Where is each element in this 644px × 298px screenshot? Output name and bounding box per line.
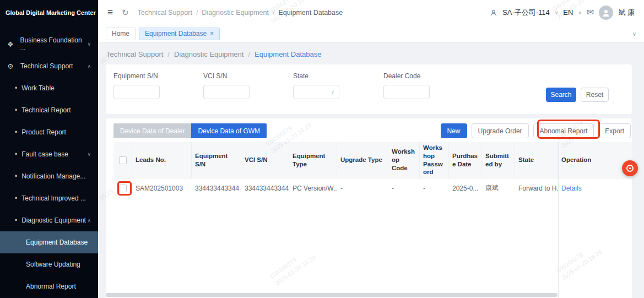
chevron-down-icon[interactable]: ∨ bbox=[632, 31, 636, 37]
sidebar-item-label: Business Foundation ... bbox=[20, 36, 88, 52]
equipment-type-cell: PC Version/W... bbox=[289, 178, 337, 198]
main-area: ≡ ↻ Technical Support / Diagnostic Equip… bbox=[98, 0, 644, 298]
business-foundation-icon: ❖ bbox=[7, 40, 15, 48]
column-header: Workshop Code bbox=[388, 142, 420, 178]
sidebar-item-label: Software Updating bbox=[26, 261, 80, 268]
equipment-table-panel: Device Data of Dealer Device Data of GWM… bbox=[106, 118, 632, 298]
filter-equipment-sn: Equipment S/N bbox=[113, 72, 160, 99]
device-data-of-dealer-button[interactable]: Device Data of Dealer bbox=[113, 123, 191, 138]
column-header: Purdhase Date bbox=[449, 142, 482, 178]
sidebar-item-technical-improved[interactable]: • Technical Improved ... bbox=[0, 187, 98, 209]
bullet-icon: • bbox=[15, 150, 17, 158]
company-name[interactable]: SA-子公司-114 bbox=[502, 8, 550, 18]
feedback-icon bbox=[626, 165, 634, 172]
sidebar-item-work-table[interactable]: • Work Table bbox=[0, 77, 98, 99]
sidebar-item-product-report[interactable]: • Product Report bbox=[0, 121, 98, 143]
column-header: Equipment Type bbox=[289, 142, 337, 178]
chevron-down-icon[interactable]: ∨ bbox=[578, 10, 582, 15]
avatar[interactable] bbox=[599, 6, 613, 20]
sidebar-item-fault-case-base[interactable]: • Fault case base ∨ bbox=[0, 143, 98, 165]
sidebar-item-label: Technical Support bbox=[20, 62, 73, 70]
column-header: State bbox=[515, 142, 558, 178]
state-cell: Forward to H... bbox=[515, 178, 558, 198]
tab-bar: Home Equipment Database × ∨ bbox=[98, 25, 644, 42]
sidebar-item-label: Work Table bbox=[21, 84, 55, 92]
details-link[interactable]: Details bbox=[561, 185, 582, 192]
bullet-icon: • bbox=[15, 172, 17, 180]
top-header: ≡ ↻ Technical Support / Diagnostic Equip… bbox=[98, 0, 644, 25]
mail-icon[interactable]: ✉ bbox=[587, 7, 594, 18]
bullet-icon: • bbox=[15, 128, 17, 136]
upgrade-order-button[interactable]: Upgrade Order bbox=[472, 123, 529, 138]
device-data-of-gwm-button[interactable]: Device Data of GWM bbox=[191, 123, 267, 138]
tab-equipment-database[interactable]: Equipment Database × bbox=[139, 28, 220, 40]
equipment-sn-input[interactable] bbox=[113, 85, 160, 99]
sidebar-item-label: Equipment Database bbox=[26, 239, 88, 246]
app-title: Global Digital Marketing Center bbox=[0, 0, 98, 25]
state-select[interactable]: ∨ bbox=[293, 85, 339, 99]
field-label: State bbox=[293, 72, 339, 80]
breadcrumb-segment[interactable]: Equipment Database bbox=[255, 50, 321, 58]
sidebar-item-label: Product Report bbox=[21, 128, 66, 136]
purchase-date-cell: 2025-0... bbox=[449, 178, 482, 198]
user-name[interactable]: 斌 康 bbox=[618, 8, 635, 18]
table-actions: New Upgrade Order Abnomal Report Export bbox=[441, 123, 631, 138]
sidebar-item-label: Notification Manage... bbox=[21, 172, 85, 180]
language-selector[interactable]: EN bbox=[563, 8, 573, 17]
submitted-by-cell: 康斌 bbox=[482, 178, 515, 198]
column-header: Leads No. bbox=[132, 142, 192, 178]
chevron-up-icon: ∧ bbox=[87, 63, 98, 69]
field-label: Dealer Code bbox=[383, 72, 430, 80]
header-select-all bbox=[113, 142, 132, 178]
hamburger-menu-icon[interactable]: ≡ bbox=[107, 7, 113, 18]
new-button[interactable]: New bbox=[441, 123, 467, 138]
horizontal-scrollbar[interactable] bbox=[106, 293, 558, 297]
sidebar-item-equipment-database[interactable]: Equipment Database bbox=[0, 231, 98, 253]
sidebar: Global Digital Marketing Center ❖ Busine… bbox=[0, 0, 98, 298]
sidebar-item-business-foundation[interactable]: ❖ Business Foundation ... ∨ bbox=[0, 33, 98, 55]
sidebar-item-software-updating[interactable]: Software Updating bbox=[0, 253, 98, 275]
select-all-checkbox[interactable] bbox=[119, 156, 127, 164]
refresh-icon[interactable]: ↻ bbox=[122, 8, 129, 18]
reset-button[interactable]: Reset bbox=[581, 88, 609, 102]
breadcrumb-segment[interactable]: Technical Support bbox=[106, 50, 163, 58]
field-label: VCI S/N bbox=[203, 72, 250, 80]
breadcrumb-separator: / bbox=[248, 50, 250, 58]
sidebar-item-label: Diagnostic Equipment bbox=[21, 216, 86, 224]
abnormal-report-button[interactable]: Abnomal Report bbox=[533, 123, 594, 138]
equipment-table: Leads No. Equipment S/N VCI S/N Equipmen… bbox=[113, 142, 632, 298]
search-button[interactable]: Search bbox=[546, 88, 576, 102]
breadcrumb-segment[interactable]: Diagnostic Equipment bbox=[174, 50, 243, 58]
workshop-password-cell: - bbox=[420, 178, 449, 198]
breadcrumb-separator: / bbox=[196, 9, 198, 17]
feedback-float-button[interactable] bbox=[622, 160, 638, 176]
export-button[interactable]: Export bbox=[598, 123, 631, 138]
equipment-sn-cell: 334433443344 bbox=[192, 178, 241, 198]
sidebar-item-diagnostic-equipment[interactable]: • Diagnostic Equipment ∧ bbox=[0, 209, 98, 231]
column-header: Upgrade Type bbox=[337, 142, 388, 178]
page-breadcrumb: Technical Support / Diagnostic Equipment… bbox=[106, 50, 321, 58]
sidebar-item-label: Abnormal Report bbox=[26, 283, 76, 290]
sidebar-item-technical-support[interactable]: ⚙ Technical Support ∧ bbox=[0, 55, 98, 77]
column-header: VCI S/N bbox=[241, 142, 289, 178]
close-icon[interactable]: × bbox=[210, 30, 214, 37]
column-header: Submitted by bbox=[482, 142, 515, 178]
chevron-up-icon: ∧ bbox=[87, 218, 98, 223]
vci-sn-input[interactable] bbox=[203, 85, 250, 99]
breadcrumb-segment: Diagnostic Equipment bbox=[202, 9, 269, 17]
chevron-down-icon: ∨ bbox=[331, 89, 334, 95]
device-data-toggle: Device Data of Dealer Device Data of GWM bbox=[113, 123, 267, 138]
sidebar-item-technical-report[interactable]: • Technical Report bbox=[0, 99, 98, 121]
sidebar-item-abnormal-report[interactable]: Abnormal Report bbox=[0, 275, 98, 297]
chevron-down-icon[interactable]: ∨ bbox=[555, 10, 559, 15]
chevron-down-icon: ∨ bbox=[87, 41, 98, 47]
column-header: Operation bbox=[558, 142, 632, 178]
tab-label: Equipment Database bbox=[145, 30, 207, 37]
app-window: Global Digital Marketing Center ❖ Busine… bbox=[0, 0, 644, 298]
row-checkbox[interactable] bbox=[119, 185, 127, 192]
sidebar-item-notification-manage[interactable]: • Notification Manage... bbox=[0, 165, 98, 187]
column-header: Workshop Password bbox=[420, 142, 449, 178]
tab-home[interactable]: Home bbox=[106, 28, 136, 40]
vci-sn-cell: 334433443344 bbox=[241, 178, 289, 198]
dealer-code-input[interactable] bbox=[383, 85, 430, 99]
